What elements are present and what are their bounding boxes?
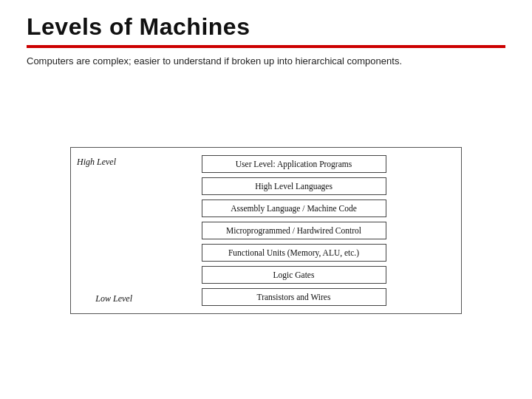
level-box-0: User Level: Application Programs	[202, 155, 386, 173]
title-underline	[27, 45, 505, 48]
level-box-3: Microprogrammed / Hardwired Control	[202, 222, 386, 239]
subtitle-text: Computers are complex; easier to underst…	[27, 55, 505, 66]
level-box-5: Logic Gates	[202, 266, 386, 284]
high-level-label: High Level	[77, 157, 116, 168]
levels-list: User Level: Application ProgramsHigh Lev…	[132, 155, 455, 306]
low-level-label: Low Level	[95, 293, 132, 304]
level-box-4: Functional Units (Memory, ALU, etc.)	[202, 244, 386, 262]
level-box-2: Assembly Language / Machine Code	[202, 200, 386, 217]
level-box-1: High Level Languages	[202, 177, 386, 195]
page-title: Levels of Machines	[27, 13, 505, 41]
page: Levels of Machines Computers are complex…	[0, 0, 532, 399]
left-labels: High Level Low Level	[77, 155, 132, 306]
diagram-inner: High Level Low Level User Level: Applica…	[71, 148, 461, 313]
level-box-6: Transistors and Wires	[202, 288, 386, 306]
diagram-outer: High Level Low Level User Level: Applica…	[70, 147, 462, 314]
diagram-container: High Level Low Level User Level: Applica…	[27, 75, 505, 386]
